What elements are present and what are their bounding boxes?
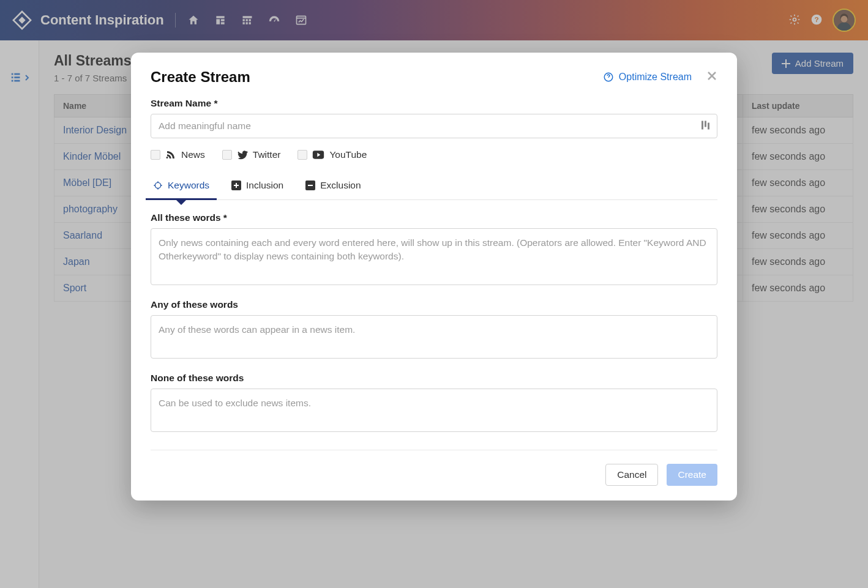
modal-title: Create Stream [151, 69, 250, 86]
svg-rect-17 [702, 121, 703, 130]
none-words-label: None of these words [151, 373, 717, 384]
twitter-icon [237, 149, 248, 160]
tab-inclusion-label: Inclusion [246, 180, 283, 191]
modal-footer: Cancel Create [151, 450, 717, 486]
target-icon [153, 180, 163, 190]
tab-keywords-label: Keywords [168, 180, 209, 191]
any-words-input[interactable] [151, 315, 717, 359]
modal-overlay: Create Stream Optimize Stream Stream Nam… [0, 0, 868, 588]
plus-square-icon [231, 180, 241, 190]
svg-rect-18 [705, 121, 706, 127]
source-youtube-label: YouTube [329, 149, 367, 160]
stream-name-input[interactable] [151, 114, 717, 138]
stream-name-label: Stream Name * [151, 98, 717, 109]
optimize-stream-link[interactable]: Optimize Stream [603, 72, 692, 83]
checkbox[interactable] [297, 150, 307, 160]
create-stream-modal: Create Stream Optimize Stream Stream Nam… [131, 53, 737, 501]
source-news[interactable]: News [151, 149, 205, 160]
tab-row: Keywords Inclusion Exclusion [151, 174, 717, 200]
rss-icon [165, 149, 176, 160]
tab-keywords[interactable]: Keywords [151, 174, 212, 199]
cancel-button[interactable]: Cancel [605, 464, 658, 486]
youtube-icon [312, 149, 324, 160]
tab-exclusion[interactable]: Exclusion [303, 174, 363, 199]
any-words-label: Any of these words [151, 299, 717, 310]
help-circle-icon [603, 72, 614, 83]
tab-exclusion-label: Exclusion [320, 180, 361, 191]
languages-icon[interactable] [700, 121, 710, 132]
minus-square-icon [305, 180, 315, 190]
close-icon[interactable] [706, 70, 717, 84]
tab-inclusion[interactable]: Inclusion [229, 174, 286, 199]
source-twitter-label: Twitter [253, 149, 281, 160]
svg-rect-19 [708, 123, 709, 130]
source-twitter[interactable]: Twitter [222, 149, 281, 160]
none-words-input[interactable] [151, 389, 717, 432]
optimize-label: Optimize Stream [619, 72, 692, 83]
source-youtube[interactable]: YouTube [297, 149, 367, 160]
source-row: News Twitter YouTube [151, 149, 717, 160]
all-words-input[interactable] [151, 228, 717, 285]
create-button[interactable]: Create [667, 464, 717, 486]
source-news-label: News [181, 149, 205, 160]
svg-point-21 [155, 182, 160, 188]
all-words-label: All these words * [151, 212, 717, 223]
checkbox[interactable] [151, 150, 160, 160]
checkbox[interactable] [222, 150, 232, 160]
